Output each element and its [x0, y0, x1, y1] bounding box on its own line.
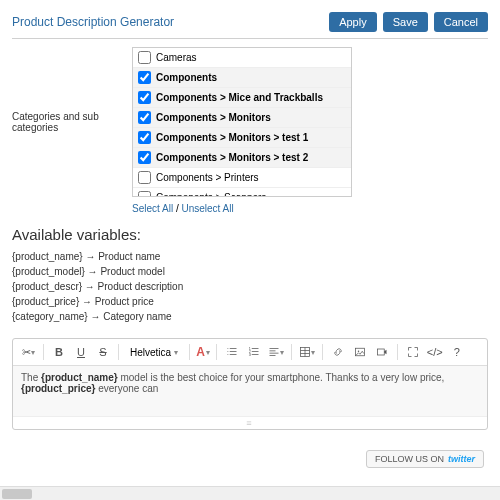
categories-label: Categories and sub categories — [12, 111, 122, 133]
follow-twitter-button[interactable]: FOLLOW US ON twitter — [366, 450, 484, 468]
cancel-button[interactable]: Cancel — [434, 12, 488, 32]
horizontal-scrollbar[interactable] — [0, 486, 500, 500]
text-color-button[interactable]: A▾ — [196, 345, 210, 359]
align-icon[interactable]: ▾ — [267, 343, 285, 361]
variables-list: {product_name} → Product name{product_mo… — [12, 249, 488, 324]
variable-row: {product_descr} → Product description — [12, 279, 488, 294]
category-label: Components > Printers — [156, 172, 259, 183]
category-item[interactable]: Components > Printers — [133, 168, 351, 188]
category-checkbox[interactable] — [138, 111, 151, 124]
unselect-all-link[interactable]: Unselect All — [181, 203, 233, 214]
apply-button[interactable]: Apply — [329, 12, 377, 32]
category-checkbox[interactable] — [138, 51, 151, 64]
category-label: Components > Mice and Trackballs — [156, 92, 323, 103]
editor: ✂▾ B U S Helvetica▾ A▾ 123 ▾ ▾ </> ? The — [12, 338, 488, 430]
categories-list[interactable]: CamerasComponentsComponents > Mice and T… — [132, 47, 352, 197]
svg-text:3: 3 — [249, 353, 251, 357]
category-checkbox[interactable] — [138, 171, 151, 184]
editor-toolbar: ✂▾ B U S Helvetica▾ A▾ 123 ▾ ▾ </> ? — [13, 339, 487, 366]
variable-row: {product_model} → Product model — [12, 264, 488, 279]
select-all-link[interactable]: Select All — [132, 203, 173, 214]
category-label: Components > Monitors — [156, 112, 271, 123]
bold-button[interactable]: B — [50, 343, 68, 361]
category-item[interactable]: Components > Monitors — [133, 108, 351, 128]
font-select[interactable]: Helvetica▾ — [125, 345, 183, 360]
category-checkbox[interactable] — [138, 91, 151, 104]
fullscreen-icon[interactable] — [404, 343, 422, 361]
underline-button[interactable]: U — [72, 343, 90, 361]
editor-content[interactable]: The {product_name} model is the best cho… — [13, 366, 487, 416]
svg-point-5 — [358, 351, 360, 353]
category-checkbox[interactable] — [138, 191, 151, 197]
code-icon[interactable]: </> — [426, 343, 444, 361]
category-label: Components > Monitors > test 1 — [156, 132, 308, 143]
category-item[interactable]: Components > Mice and Trackballs — [133, 88, 351, 108]
category-checkbox[interactable] — [138, 151, 151, 164]
category-item[interactable]: Cameras — [133, 48, 351, 68]
category-checkbox[interactable] — [138, 71, 151, 84]
list-ol-icon[interactable]: 123 — [245, 343, 263, 361]
variable-row: {product_name} → Product name — [12, 249, 488, 264]
variable-row: {category_name} → Category name — [12, 309, 488, 324]
page-title: Product Description Generator — [12, 15, 174, 29]
category-label: Components > Scanners — [156, 192, 266, 197]
category-label: Components — [156, 72, 217, 83]
video-icon[interactable] — [373, 343, 391, 361]
svg-rect-6 — [377, 349, 384, 355]
variable-row: {product_price} → Product price — [12, 294, 488, 309]
category-item[interactable]: Components > Monitors > test 2 — [133, 148, 351, 168]
list-ul-icon[interactable] — [223, 343, 241, 361]
category-item[interactable]: Components — [133, 68, 351, 88]
scrollbar-thumb[interactable] — [2, 489, 32, 499]
category-checkbox[interactable] — [138, 131, 151, 144]
variables-title: Available variables: — [12, 226, 488, 243]
link-icon[interactable] — [329, 343, 347, 361]
table-icon[interactable]: ▾ — [298, 343, 316, 361]
category-section: Categories and sub categories CamerasCom… — [12, 47, 488, 197]
save-button[interactable]: Save — [383, 12, 428, 32]
category-label: Cameras — [156, 52, 197, 63]
header: Product Description Generator Apply Save… — [12, 8, 488, 39]
resize-handle[interactable]: ≡ — [13, 416, 487, 429]
category-item[interactable]: Components > Monitors > test 1 — [133, 128, 351, 148]
tool-cut-icon[interactable]: ✂▾ — [19, 343, 37, 361]
category-label: Components > Monitors > test 2 — [156, 152, 308, 163]
help-icon[interactable]: ? — [448, 343, 466, 361]
image-icon[interactable] — [351, 343, 369, 361]
strike-button[interactable]: S — [94, 343, 112, 361]
select-links: Select All / Unselect All — [132, 203, 488, 214]
category-item[interactable]: Components > Scanners — [133, 188, 351, 197]
header-buttons: Apply Save Cancel — [329, 12, 488, 32]
